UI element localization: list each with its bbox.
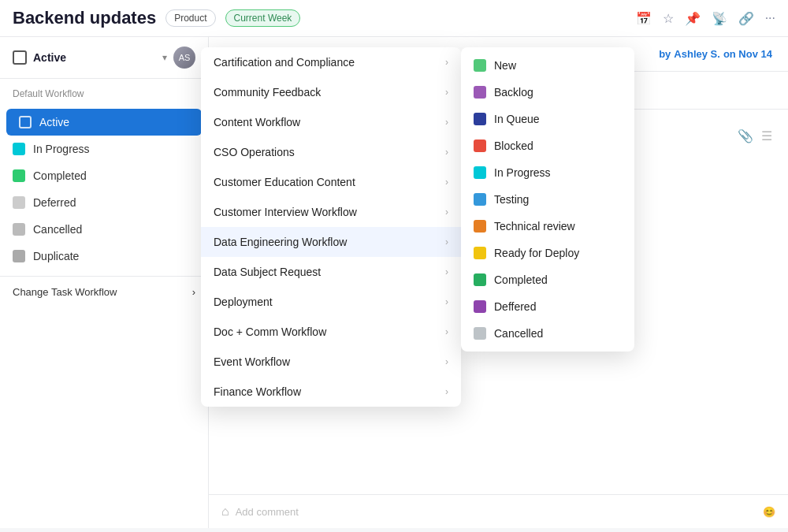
workflow-item-10[interactable]: Event Workflow › [201,347,461,377]
workflow-item-arrow-7: › [445,266,448,277]
author-name: Ashley S. [674,48,720,60]
status-item-completed[interactable]: Completed [0,162,208,189]
top-bar: Backend updates Product Current Week 📅 ☆… [0,0,788,37]
status-dropdown-label-5: Testing [494,193,529,206]
status-color-blocked [474,140,486,152]
status-dot-deferred [13,196,25,209]
workflow-item-arrow-11: › [445,386,448,397]
link-icon[interactable]: 🔗 [738,11,754,26]
page-title: Backend updates [13,8,156,28]
calendar-icon[interactable]: 📅 [636,11,652,26]
status-dropdown-label-8: Completed [494,273,548,286]
change-workflow-button[interactable]: Change Task Workflow › [0,276,208,307]
avatar: AS [173,47,195,69]
workflow-item-label-0: Cartification and Compliance [214,56,355,69]
status-dropdown-item-3[interactable]: Blocked [461,132,634,159]
status-item-active[interactable]: Active [6,109,202,136]
status-dropdown-item-6[interactable]: Technical review [461,213,634,240]
tag-current-week[interactable]: Current Week [225,9,301,27]
workflow-item-3[interactable]: CSO Operations › [201,137,461,167]
workflow-item-label-7: Data Subject Request [214,266,321,278]
workflow-item-arrow-9: › [445,326,448,337]
workflow-item-label-8: Deployment [214,296,273,308]
status-dropdown-item-10[interactable]: Cancelled [461,320,634,347]
workflow-item-8[interactable]: Deployment › [201,287,461,317]
workflow-item-4[interactable]: Customer Education Content › [201,167,461,197]
status-dot-active [19,116,32,128]
workflow-item-9[interactable]: Doc + Comm Workflow › [201,317,461,347]
status-selector[interactable]: Active ▾ AS [0,37,208,79]
status-dropdown-label-7: Ready for Deploy [494,247,579,259]
rss-icon[interactable]: 📡 [712,11,727,26]
status-item-deferred[interactable]: Deferred [0,189,208,216]
home-icon: ⌂ [221,504,229,519]
status-dropdown-label-6: Technical review [494,220,575,233]
date-text: on Nov 14 [723,48,772,60]
workflow-section: Default Workflow [0,79,208,109]
workflow-item-label-4: Customer Education Content [214,176,355,188]
paperclip-icon: 📎 [738,128,753,143]
change-workflow-label: Change Task Workflow [13,286,117,298]
menu-icon: ☰ [761,128,772,143]
workflow-item-arrow-4: › [445,177,448,188]
workflow-item-label-10: Event Workflow [214,355,290,368]
top-icons: 📅 ☆ 📌 📡 🔗 ··· [636,11,775,26]
workflow-item-2[interactable]: Content Workflow › [201,107,461,137]
workflow-item-arrow-10: › [445,356,448,367]
workflow-item-11[interactable]: Finance Workflow › [201,377,461,407]
status-dropdown-item-4[interactable]: In Progress [461,159,634,186]
status-item-label-cancelled: Cancelled [33,223,82,236]
workflow-item-6[interactable]: Data Engineering Workflow › [201,227,461,257]
status-dropdown-item-1[interactable]: Backlog [461,79,634,106]
workflow-item-arrow-1: › [445,87,448,98]
workflow-item-5[interactable]: Customer Interview Workflow › [201,197,461,227]
status-dropdown-label-3: Blocked [494,140,533,152]
workflow-item-arrow-0: › [445,57,448,68]
status-dropdown-label-9: Deffered [494,300,536,313]
status-dropdown-item-0[interactable]: New [461,52,634,79]
status-dot-inprogress [13,143,25,155]
status-dot-cancelled [13,223,25,236]
status-item-duplicate[interactable]: Duplicate [0,243,208,270]
status-dot-completed [13,169,25,182]
star-icon[interactable]: ☆ [663,11,674,26]
status-dropdown-item-9[interactable]: Deffered [461,293,634,320]
workflow-item-arrow-2: › [445,117,448,128]
more-icon[interactable]: ··· [765,11,775,25]
workflow-item-arrow-3: › [445,147,448,158]
workflow-item-arrow-5: › [445,206,448,218]
status-item-inprogress[interactable]: In Progress [0,136,208,162]
workflow-item-label-1: Community Feedback [214,86,321,99]
status-dropdown-item-5[interactable]: Testing [461,186,634,213]
workflow-item-label-11: Finance Workflow [214,385,301,398]
status-item-label-completed: Completed [33,169,87,182]
status-dropdown-item-7[interactable]: Ready for Deploy [461,240,634,266]
workflow-dropdown: Cartification and Compliance › Community… [201,47,461,407]
workflow-item-arrow-8: › [445,296,448,307]
add-comment-label[interactable]: Add comment [236,506,299,518]
top-bar-left: Backend updates Product Current Week [13,8,300,28]
pin-icon[interactable]: 📌 [685,11,701,26]
workflow-title: Default Workflow [13,88,195,99]
workflow-item-label-5: Customer Interview Workflow [214,206,357,218]
left-sidebar: Active ▾ AS Default Workflow Active In P… [0,37,209,528]
status-dropdown-item-2[interactable]: In Queue [461,106,634,132]
workflow-item-0[interactable]: Cartification and Compliance › [201,47,461,77]
change-workflow-chevron: › [192,286,195,298]
status-color-completed [474,273,486,286]
status-item-label-inprogress: In Progress [33,143,90,155]
workflow-item-1[interactable]: Community Feedback › [201,77,461,107]
status-item-label-duplicate: Duplicate [33,250,79,262]
status-dropdown-item-8[interactable]: Completed [461,266,634,293]
bottom-bar: ⌂ Add comment 😊 [209,494,788,528]
workflow-item-7[interactable]: Data Subject Request › [201,257,461,287]
status-box-icon [13,50,27,65]
status-item-cancelled[interactable]: Cancelled [0,216,208,243]
workflow-item-label-3: CSO Operations [214,146,295,158]
status-dot-duplicate [13,250,25,262]
workflow-item-label-2: Content Workflow [214,116,300,128]
status-color-techreview [474,220,486,233]
tag-product[interactable]: Product [165,9,215,27]
workflow-item-label-6: Data Engineering Workflow [214,236,347,248]
status-selector-label: Active [33,51,156,64]
